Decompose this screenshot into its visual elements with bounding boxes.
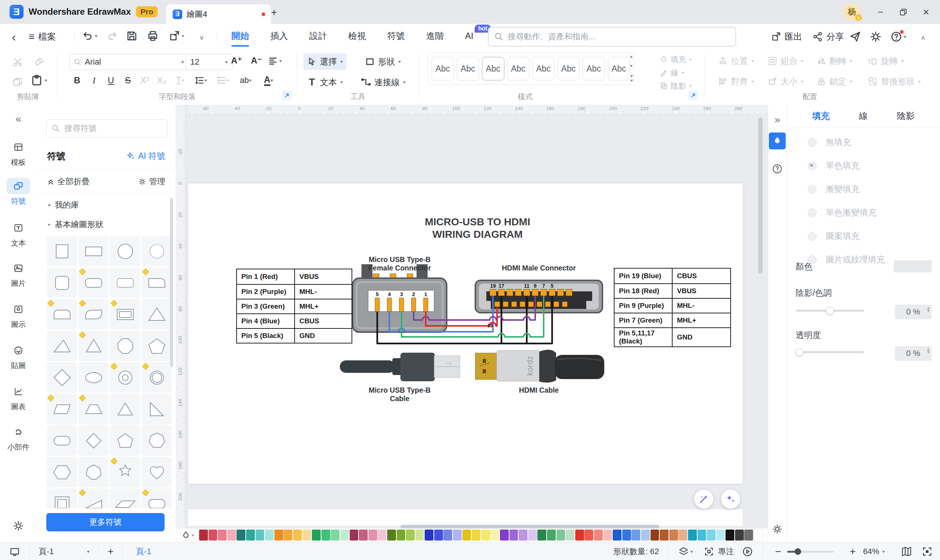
tab-insert[interactable]: 插入 <box>267 24 291 48</box>
share-button[interactable]: 分享 <box>812 29 844 44</box>
color-swatch[interactable] <box>604 529 612 540</box>
strikethrough-button[interactable]: S <box>120 73 136 88</box>
file-menu[interactable]: ≡ 檔案 <box>29 29 56 44</box>
connector-tool-button[interactable]: 連接線▾ <box>357 74 409 91</box>
opacity-value-box[interactable]: 0 % ▴▾ <box>895 346 932 361</box>
collapse-panel-button[interactable]: « <box>11 113 26 125</box>
page-selector[interactable]: 頁-1▾ <box>30 546 99 557</box>
tab-symbols[interactable]: 符號 <box>384 24 408 48</box>
fill-option-pattern[interactable]: 圖案填充 <box>808 231 940 242</box>
color-swatch[interactable] <box>660 529 668 540</box>
style-preset-3[interactable]: Abc <box>482 57 504 80</box>
symbol-hexagon[interactable] <box>47 457 77 487</box>
color-swatch[interactable] <box>265 529 274 540</box>
symbol-diamond-2[interactable] <box>78 425 109 456</box>
color-swatch[interactable] <box>472 529 480 540</box>
color-swatch[interactable] <box>707 529 716 540</box>
zoom-slider[interactable] <box>787 548 833 555</box>
size-button[interactable]: 大小▾ <box>768 73 804 90</box>
symbol-corner-rounded-rect[interactable] <box>141 268 172 298</box>
sidebar-item-widgets[interactable]: 小部件 <box>0 421 37 455</box>
zoom-in-button[interactable]: + <box>842 546 863 557</box>
format-painter-button[interactable] <box>32 55 46 69</box>
symbol-right-triangle-2[interactable] <box>141 394 172 424</box>
undo-button[interactable]: ▾ <box>82 31 98 42</box>
color-swatch[interactable] <box>622 529 631 540</box>
close-button[interactable]: × <box>920 6 932 18</box>
symbol-rounded-rectangle[interactable] <box>78 268 109 298</box>
horizontal-scrollbar[interactable] <box>400 525 659 528</box>
subscript-button[interactable]: X₂ <box>154 73 170 88</box>
sidebar-item-icons[interactable]: 圖示 <box>0 298 37 332</box>
color-swatch[interactable] <box>378 529 386 540</box>
symbol-wedge[interactable] <box>78 488 109 508</box>
sidebar-item-templates[interactable]: 模板 <box>0 136 37 170</box>
symbol-rounded-triangle[interactable] <box>110 394 140 424</box>
color-swatch[interactable] <box>754 529 763 541</box>
sidebar-item-stickers[interactable]: 貼圖 <box>0 340 37 373</box>
cut-button[interactable] <box>10 55 25 69</box>
color-swatch[interactable] <box>613 529 622 540</box>
style-more-button[interactable]: ▾▾ <box>630 73 632 83</box>
symbol-search[interactable] <box>46 119 168 138</box>
sidebar-item-images[interactable]: 圖片 <box>0 257 37 291</box>
sidebar-item-text[interactable]: 文本 <box>0 217 37 251</box>
symbol-diamond[interactable] <box>47 362 77 393</box>
color-swatch[interactable] <box>547 529 556 540</box>
flip-button[interactable]: 翻轉▾ <box>817 52 853 69</box>
fill-button[interactable]: 填充▾ <box>660 54 692 65</box>
opacity-slider-track[interactable] <box>796 351 864 353</box>
superscript-button[interactable]: X² <box>137 73 153 88</box>
color-swatch[interactable] <box>199 529 208 540</box>
fill-panel-button[interactable] <box>769 132 786 149</box>
text-tool-button[interactable]: T 文本▾ <box>303 74 347 91</box>
color-swatch[interactable] <box>321 529 330 540</box>
tab-design[interactable]: 設計 <box>306 24 330 48</box>
color-swatch[interactable] <box>330 529 340 540</box>
font-color-button[interactable]: A ▾ <box>258 73 279 88</box>
sidebar-item-symbols[interactable]: 符號 <box>0 175 37 209</box>
settings-button[interactable] <box>870 31 881 43</box>
symbol-leaf-rect[interactable] <box>78 299 109 329</box>
shade-value-box[interactable]: 0 % ▴▾ <box>895 305 932 319</box>
color-swatch[interactable] <box>537 529 546 540</box>
fill-option-gradient[interactable]: 漸變填充 <box>808 183 940 195</box>
usb-cable-label[interactable]: Micro USB Type-B Cable <box>363 386 437 403</box>
palette-fill-button[interactable]: ▾ <box>181 531 194 540</box>
canvas-area[interactable]: -60-40-200204060801001201401601802002202… <box>176 105 768 528</box>
send-button[interactable] <box>849 31 861 43</box>
color-swatch[interactable] <box>312 529 321 540</box>
collapse-ribbon-button[interactable]: ∧ <box>918 34 928 41</box>
color-swatch[interactable] <box>566 529 574 540</box>
color-swatch[interactable] <box>528 529 537 540</box>
color-swatch[interactable] <box>698 529 706 540</box>
symbol-circle-thin[interactable] <box>141 236 172 266</box>
shadow-button[interactable]: 陰影▾ <box>660 80 692 91</box>
hdmi-pin-table[interactable]: Pin 19 (Blue)CBUS Pin 18 (Red)VBUS Pin 9… <box>614 268 731 347</box>
color-swatch[interactable] <box>744 529 753 540</box>
fit-screen-button[interactable] <box>921 546 933 557</box>
color-swatch[interactable] <box>350 529 358 540</box>
italic-button[interactable]: I <box>86 73 102 88</box>
symbol-pentagon-2[interactable] <box>110 425 140 456</box>
color-swatch[interactable] <box>500 529 509 540</box>
color-swatch[interactable] <box>208 529 218 540</box>
symbol-rounded-rect-3[interactable] <box>141 488 172 508</box>
export-button[interactable]: 匯出 <box>771 29 802 44</box>
color-swatch[interactable] <box>415 529 424 540</box>
zoom-level-select[interactable]: 64%▾ <box>863 547 885 556</box>
panel-help-button[interactable] <box>771 163 784 175</box>
symbol-rectangle[interactable] <box>78 236 109 266</box>
text-effect-button[interactable]: T̲ ▾ <box>170 73 190 88</box>
lock-button[interactable]: 鎖定▾ <box>817 73 853 90</box>
tab-home[interactable]: 開始 <box>228 24 252 48</box>
color-swatch[interactable] <box>293 529 302 540</box>
color-swatch[interactable] <box>651 529 659 540</box>
my-library-section[interactable]: ▾ 我的庫 <box>48 197 79 213</box>
symbol-square[interactable] <box>47 236 77 266</box>
align-objects-button[interactable]: 對齊▾ <box>718 73 754 90</box>
style-up-button[interactable]: ▴ <box>630 54 633 59</box>
color-swatch[interactable] <box>340 529 349 540</box>
shade-slider-knob[interactable] <box>826 307 834 315</box>
symbol-star[interactable] <box>110 457 140 487</box>
